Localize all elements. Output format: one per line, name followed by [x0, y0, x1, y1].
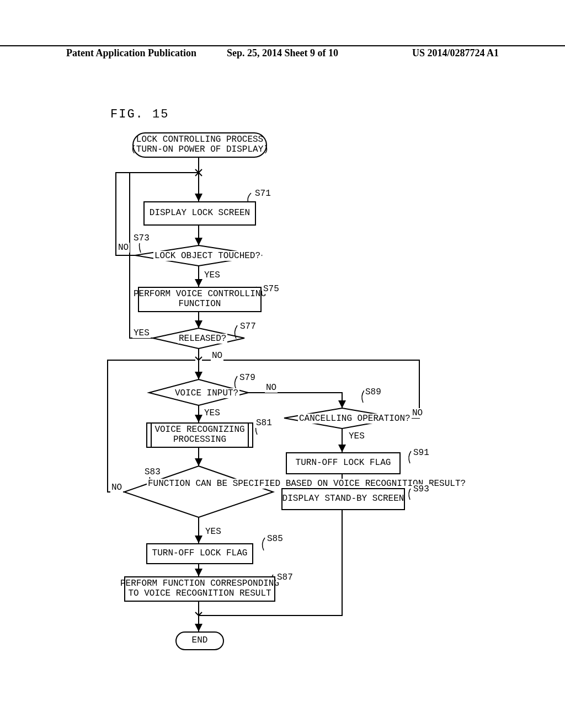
svg-line-11	[199, 357, 202, 360]
flow-end: END	[175, 631, 224, 650]
svg-line-4	[199, 173, 202, 176]
branch-no: NO	[211, 351, 223, 361]
flow-s89: CANCELLING OPERATION?	[298, 414, 412, 424]
branch-yes: YES	[348, 431, 366, 441]
step-label-s73: S73	[132, 233, 151, 243]
flow-s85: TURN-OFF LOCK FLAG	[146, 543, 253, 564]
svg-line-20	[195, 612, 199, 615]
flow-s73: LOCK OBJECT TOUCHED?	[153, 251, 262, 261]
flow-s91: TURN-OFF LOCK FLAG	[286, 452, 401, 474]
step-label-s83: S83	[143, 467, 162, 477]
branch-yes: YES	[203, 270, 221, 280]
step-label-s71: S71	[254, 189, 272, 199]
step-label-s77: S77	[239, 322, 257, 331]
step-label-s87: S87	[276, 572, 294, 582]
step-label-s89: S89	[364, 387, 382, 397]
flow-s81: VOICE RECOGNIZING PROCESSING	[146, 422, 253, 448]
step-label-s91: S91	[412, 448, 430, 458]
branch-no: NO	[411, 408, 424, 418]
flow-s87: PERFORM FUNCTION CORRESPONDING TO VOICE …	[124, 576, 275, 602]
flow-start: LOCK CONTROLLING PROCESS (TURN-ON POWER …	[132, 132, 267, 158]
svg-line-2	[199, 169, 202, 173]
branch-yes: YES	[203, 408, 221, 418]
flowchart-lines	[0, 0, 565, 728]
branch-no: NO	[117, 243, 130, 253]
step-label-s79: S79	[238, 373, 257, 383]
step-label-s75: S75	[262, 284, 280, 294]
flow-s93: DISPLAY STAND-BY SCREEN	[281, 488, 405, 510]
svg-line-21	[199, 612, 202, 615]
step-label-s93: S93	[412, 484, 430, 494]
flowchart: LOCK CONTROLLING PROCESS (TURN-ON POWER …	[0, 0, 565, 728]
flow-s79: VOICE INPUT?	[174, 388, 239, 398]
flow-s71: DISPLAY LOCK SCREEN	[143, 201, 256, 226]
flow-s77: RELEASED?	[178, 334, 227, 344]
branch-no: NO	[265, 383, 278, 393]
step-label-s81: S81	[255, 418, 273, 428]
svg-line-10	[195, 357, 199, 360]
branch-yes: YES	[204, 527, 222, 537]
svg-line-1	[195, 169, 199, 173]
branch-no: NO	[110, 483, 123, 493]
svg-line-3	[195, 173, 199, 176]
flow-s75: PERFORM VOICE CONTROLLING FUNCTION	[138, 287, 262, 312]
branch-yes: YES	[132, 328, 151, 338]
step-label-s85: S85	[266, 534, 284, 544]
